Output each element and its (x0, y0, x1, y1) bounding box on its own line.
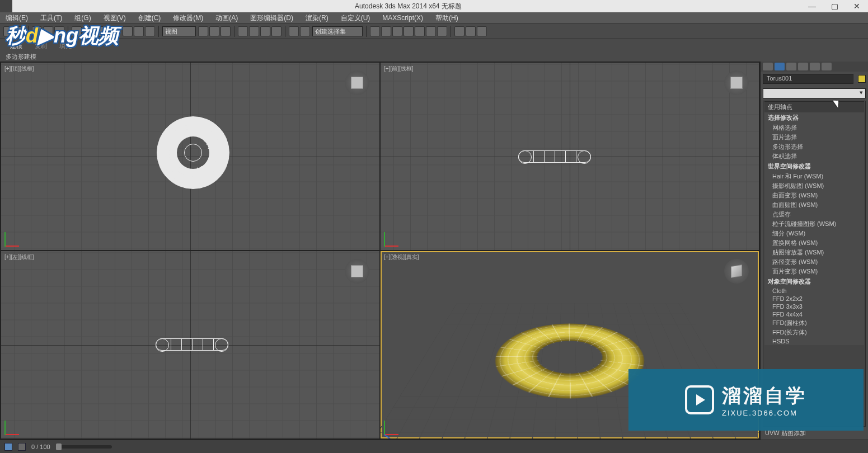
viewport-left-label[interactable]: [+][左][线框] (4, 253, 34, 261)
object-color-swatch[interactable] (858, 75, 866, 83)
move-icon[interactable] (123, 26, 133, 36)
menu-create[interactable]: 创建(C) (138, 13, 161, 23)
material-editor-icon[interactable] (437, 26, 447, 36)
layer-manager-icon[interactable] (392, 26, 402, 36)
keyboard-shortcut-icon[interactable] (220, 26, 231, 36)
time-slider[interactable] (56, 445, 112, 449)
schematic-view-icon[interactable] (426, 26, 436, 36)
rotate-icon[interactable] (134, 26, 144, 36)
menu-customize[interactable]: 自定义(U) (341, 13, 370, 23)
modifier-item[interactable]: FFD 2x2x2 (764, 295, 864, 303)
select-manipulate-icon[interactable] (209, 26, 219, 36)
angle-snap-icon[interactable] (249, 26, 259, 36)
coord-system-dropdown[interactable] (162, 26, 196, 36)
render-production-icon[interactable] (477, 26, 487, 36)
ribbon-subbar: 多边形建模 (0, 51, 868, 62)
modifier-item[interactable]: 点缓存 (764, 210, 864, 219)
modifier-item[interactable]: 曲面贴图 (WSM) (764, 200, 864, 210)
viewport-front-label[interactable]: [+][前][线框] (384, 65, 414, 73)
menu-edit[interactable]: 编辑(E) (6, 13, 28, 23)
app-icon[interactable] (0, 0, 12, 12)
spinner-snap-icon[interactable] (271, 26, 281, 36)
align-icon[interactable] (381, 26, 391, 36)
panel-tab-motion-icon[interactable] (798, 63, 808, 70)
object-name-field[interactable]: Torus001 (763, 74, 853, 84)
modifier-item[interactable]: 面片选择 (764, 133, 864, 142)
modifier-item[interactable]: 贴图缩放器 (WSM) (764, 248, 864, 257)
viewcube-top[interactable] (345, 70, 369, 95)
panel-tab-hierarchy-icon[interactable] (786, 63, 796, 70)
named-selection-set-dropdown[interactable] (312, 26, 363, 36)
snap-toggle-icon[interactable] (238, 26, 248, 36)
panel-tab-modify-icon[interactable] (775, 63, 785, 70)
watermark-play-icon (685, 385, 714, 414)
menu-animation[interactable]: 动画(A) (215, 13, 238, 23)
mirror-icon[interactable] (370, 26, 380, 36)
modifier-item[interactable]: 粒子流碰撞图形 (WSM) (764, 219, 864, 229)
modifier-item[interactable]: HSDS (764, 337, 864, 345)
modifier-item[interactable]: 多边形选择 (764, 142, 864, 152)
rendered-frame-icon[interactable] (466, 26, 476, 36)
viewcube-front[interactable] (724, 70, 749, 95)
modifier-item[interactable]: 曲面变形 (WSM) (764, 191, 864, 200)
torus-object-front[interactable] (518, 150, 591, 163)
modifier-item[interactable]: 路径变形 (WSM) (764, 257, 864, 267)
viewport-left[interactable]: [+][左][线框] (1, 251, 379, 438)
torus-object-left[interactable] (156, 338, 228, 351)
viewport-layout-icon[interactable] (4, 443, 12, 451)
viewcube-perspective[interactable] (724, 259, 749, 284)
named-selection-next-icon[interactable] (300, 26, 310, 36)
viewport-top-label[interactable]: [+][顶][线框] (4, 65, 34, 73)
panel-tab-create-icon[interactable] (763, 63, 773, 70)
watermark-title: 溜溜自学 (722, 383, 807, 409)
modifier-item[interactable]: 面片变形 (WSM) (764, 267, 864, 276)
ribbon-sub-label[interactable]: 多边形建模 (6, 53, 36, 61)
viewport-front[interactable]: [+][前][线框] (381, 63, 759, 250)
panel-tab-utilities-icon[interactable] (822, 63, 832, 70)
menu-modifier[interactable]: 修改器(M) (173, 13, 203, 23)
torus-object-top[interactable] (157, 116, 229, 189)
window-title: Autodesk 3ds Max 2014 x64 无标题 (16, 2, 801, 11)
panel-tab-display-icon[interactable] (810, 63, 820, 70)
main-toolbar (0, 23, 868, 39)
close-button[interactable]: ✕ (846, 0, 868, 12)
menu-view[interactable]: 视图(V) (104, 13, 126, 23)
time-slider-play-icon[interactable] (18, 443, 26, 451)
menu-group[interactable]: 组(G) (74, 13, 91, 23)
modifier-item[interactable]: Hair 和 Fur (WSM) (764, 172, 864, 181)
titlebar: Autodesk 3ds Max 2014 x64 无标题 — ▢ ✕ (0, 0, 868, 12)
modifier-item[interactable]: FFD(长方体) (764, 328, 864, 337)
maximize-button[interactable]: ▢ (823, 0, 846, 12)
menu-render[interactable]: 渲染(R) (306, 13, 329, 23)
percent-snap-icon[interactable] (260, 26, 270, 36)
modifier-item[interactable]: 网格选择 (764, 123, 864, 133)
viewport-persp-label[interactable]: [+][透视][真实] (384, 253, 419, 261)
modifier-item[interactable]: FFD 3x3x3 (764, 303, 864, 310)
frame-indicator: 0 / 100 (31, 443, 50, 450)
menu-graph-editor[interactable]: 图形编辑器(D) (250, 13, 293, 23)
modifier-list-dropdown[interactable] (763, 88, 866, 98)
modifier-item[interactable]: FFD 4x4x4 (764, 310, 864, 318)
modifier-item[interactable]: 细分 (WSM) (764, 229, 864, 238)
viewcube-left[interactable] (345, 259, 369, 284)
ribbon-tabs: 建模 复制 填充 (0, 39, 868, 51)
modifier-item[interactable]: Cloth (764, 287, 864, 295)
overlay-video-logo: 秒d▶ng视频 (6, 22, 119, 50)
viewport-top[interactable]: [+][顶][线框] (1, 63, 379, 250)
graphite-icon[interactable] (403, 26, 414, 36)
menu-maxscript[interactable]: MAXScript(X) (382, 14, 423, 22)
menu-help[interactable]: 帮助(H) (435, 13, 458, 23)
modifier-item[interactable]: FFD(圆柱体) (764, 318, 864, 328)
command-panel-tabs (761, 62, 868, 72)
scale-icon[interactable] (145, 26, 155, 36)
statusbar: 0 / 100 (0, 440, 868, 453)
curve-editor-icon[interactable] (415, 26, 425, 36)
minimize-button[interactable]: — (801, 0, 823, 12)
modifier-item[interactable]: 置换网格 (WSM) (764, 238, 864, 248)
modifier-item[interactable]: 摄影机贴图 (WSM) (764, 181, 864, 191)
use-pivot-center-icon[interactable] (198, 26, 208, 36)
render-setup-icon[interactable] (454, 26, 465, 36)
modifier-item[interactable]: 体积选择 (764, 152, 864, 161)
named-selection-prev-icon[interactable] (289, 26, 299, 36)
menu-tools[interactable]: 工具(T) (40, 13, 62, 23)
